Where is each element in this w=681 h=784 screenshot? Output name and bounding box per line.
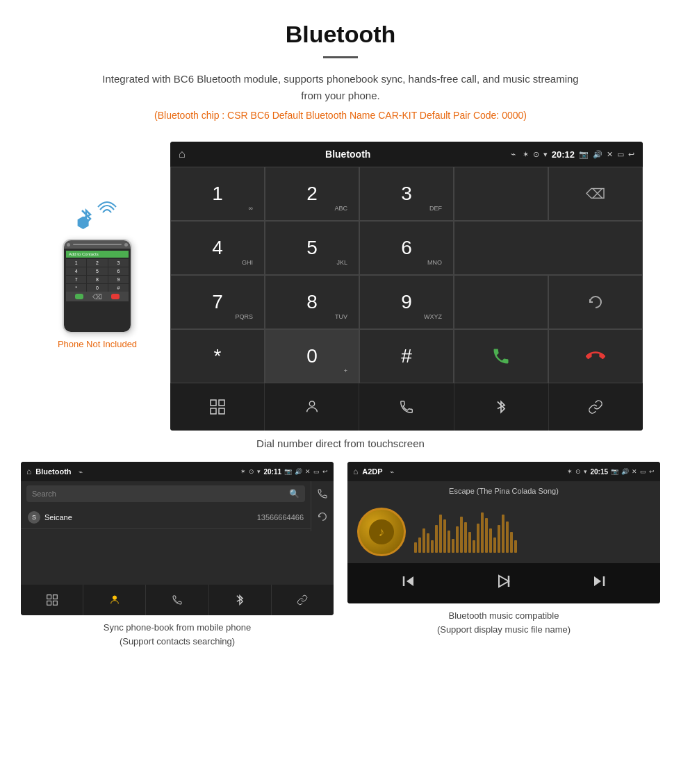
phone-illustration: ⬢ <box>38 197 156 349</box>
dial-key-5[interactable]: 5 JKL <box>265 221 359 275</box>
music-caption: Bluetooth music compatible (Support disp… <box>437 609 571 636</box>
contact-row-seicane[interactable]: S Seicane 13566664466 <box>21 506 311 529</box>
pb-person-icon <box>109 594 120 606</box>
bluetooth-status-icon: ✶ <box>523 150 529 159</box>
dial-key-1[interactable]: 1 ∞ <box>170 167 265 221</box>
svg-rect-7 <box>47 601 51 605</box>
dial-sub-2: ABC <box>334 205 347 212</box>
waveform-bar <box>493 537 496 553</box>
bluetooth-nav-icon <box>493 399 509 415</box>
bluetooth-signal-icon: ⬢ <box>76 197 118 232</box>
music-back-icon: ↩ <box>649 468 655 475</box>
side-phone-icon-svg <box>317 488 328 499</box>
dial-key-9[interactable]: 9 WXYZ <box>359 275 454 329</box>
music-caption-line1: Bluetooth music compatible <box>449 610 559 621</box>
phone-body: Add to Contacts MORE 1 2 3 4 5 6 7 8 9 *… <box>63 239 132 333</box>
phone-more-btn: MORE <box>113 252 126 256</box>
nav-link-button[interactable] <box>549 383 643 431</box>
dial-key-backspace[interactable]: ⌫ <box>548 167 643 221</box>
svg-marker-14 <box>594 576 601 586</box>
waveform-bar <box>473 540 475 553</box>
waveform-bar <box>443 519 446 553</box>
phone-screen: Add to Contacts MORE 1 2 3 4 5 6 7 8 9 *… <box>64 249 131 332</box>
pb-time: 20:11 <box>263 468 281 476</box>
phone-backspace-icon: ⌫ <box>92 293 102 301</box>
waveform-bar <box>489 528 492 553</box>
svg-marker-10 <box>407 576 413 586</box>
close-icon: ✕ <box>607 150 613 159</box>
dial-sub-6: MNO <box>427 259 442 266</box>
header-divider <box>323 56 358 58</box>
dial-sub-8: TUV <box>335 313 347 320</box>
dial-key-star[interactable]: * <box>170 329 265 383</box>
dial-key-4[interactable]: 4 GHI <box>170 221 265 275</box>
screen-title: Bluetooth <box>192 149 504 160</box>
search-placeholder: Search <box>32 490 289 498</box>
pb-sig-icon: ▾ <box>257 468 261 475</box>
phone-key-8: 8 <box>87 276 107 283</box>
usb-icon: ⌁ <box>511 149 516 159</box>
waveform-bars <box>414 511 650 553</box>
nav-grid-button[interactable] <box>170 383 265 431</box>
phonebook-search-area: Search 🔍 S Seicane 13566664466 <box>21 481 334 585</box>
dial-key-refresh[interactable] <box>548 275 643 329</box>
person-icon <box>304 399 320 415</box>
waveform-bar <box>510 532 513 553</box>
dial-sub-7: PQRS <box>235 313 253 320</box>
pb-vol-icon: 🔊 <box>295 468 302 475</box>
car-dial-screen: ⌂ Bluetooth ⌁ ✶ ⊙ ▾ 20:12 📷 🔊 ✕ ▭ ↩ 1 ∞ <box>170 142 643 431</box>
dial-num-6: 6 <box>401 237 412 259</box>
play-pause-button[interactable] <box>495 573 512 594</box>
dial-key-3[interactable]: 3 DEF <box>359 167 454 221</box>
nav-phone-button[interactable] <box>359 383 454 431</box>
signal-icon: ▾ <box>543 150 548 159</box>
phone-key-9: 9 <box>108 276 129 283</box>
waveform-bar <box>439 515 442 553</box>
tech-specs-text: (Bluetooth chip : CSR BC6 Default Blueto… <box>14 110 667 121</box>
dial-num-star: * <box>214 345 222 367</box>
music-controls <box>347 563 660 603</box>
pb-nav-contacts[interactable] <box>83 585 146 615</box>
phonebook-screenshot-wrap: ⌂ Bluetooth ⌁ ✶ ⊙ ▾ 20:11 📷 🔊 ✕ ▭ ↩ <box>21 462 334 648</box>
dial-key-8[interactable]: 8 TUV <box>265 275 359 329</box>
music-sig-icon: ▾ <box>584 468 587 475</box>
nav-contacts-button[interactable] <box>265 383 359 431</box>
dial-key-call-green[interactable] <box>454 329 548 383</box>
dial-key-empty-r3 <box>454 275 548 329</box>
phonebook-caption-line1: Sync phone-book from mobile phone <box>104 622 251 633</box>
waveform-bar <box>448 531 450 553</box>
waveform-bar <box>452 539 454 553</box>
music-waveform <box>414 511 650 553</box>
grid-icon <box>210 399 225 415</box>
nav-bluetooth-button[interactable] <box>454 383 549 431</box>
main-screen-section: ⬢ <box>0 142 681 431</box>
dial-key-7[interactable]: 7 PQRS <box>170 275 265 329</box>
svg-rect-0 <box>211 400 216 406</box>
dial-key-0[interactable]: 0 + <box>265 329 359 383</box>
pb-nav-grid[interactable] <box>21 585 83 615</box>
dial-key-2[interactable]: 2 ABC <box>265 167 359 221</box>
dial-key-hash[interactable]: # <box>359 329 454 383</box>
music-status-right: ✶ ⊙ ▾ 20:15 📷 🔊 ✕ ▭ ↩ <box>567 468 655 476</box>
phone-keypad: 1 2 3 4 5 6 7 8 9 * 0 # <box>66 259 129 292</box>
pb-nav-bluetooth[interactable] <box>209 585 272 615</box>
phone-key-hash: # <box>108 284 129 292</box>
camera-icon: 📷 <box>579 150 589 159</box>
phone-speaker <box>73 244 122 245</box>
pb-cam-icon: 📷 <box>284 468 292 475</box>
pb-nav-phone[interactable] <box>146 585 208 615</box>
dial-key-call-red[interactable] <box>548 329 643 383</box>
search-bar[interactable]: Search 🔍 <box>26 485 305 502</box>
dial-key-6[interactable]: 6 MNO <box>359 221 454 275</box>
signal-arcs-icon <box>97 199 117 218</box>
music-status-bar: ⌂ A2DP ⌁ ✶ ⊙ ▾ 20:15 📷 🔊 ✕ ▭ ↩ <box>347 462 660 481</box>
phonebook-screen: ⌂ Bluetooth ⌁ ✶ ⊙ ▾ 20:11 📷 🔊 ✕ ▭ ↩ <box>21 462 334 615</box>
next-button[interactable] <box>591 573 607 594</box>
pb-nav-link[interactable] <box>272 585 334 615</box>
dial-sub-1: ∞ <box>249 205 253 212</box>
contact-name: Seicane <box>44 513 253 522</box>
prev-button[interactable] <box>400 573 417 594</box>
music-title: A2DP <box>362 467 382 476</box>
main-screen-caption: Dial number direct from touchscreen <box>0 437 681 449</box>
svg-rect-3 <box>219 408 224 414</box>
